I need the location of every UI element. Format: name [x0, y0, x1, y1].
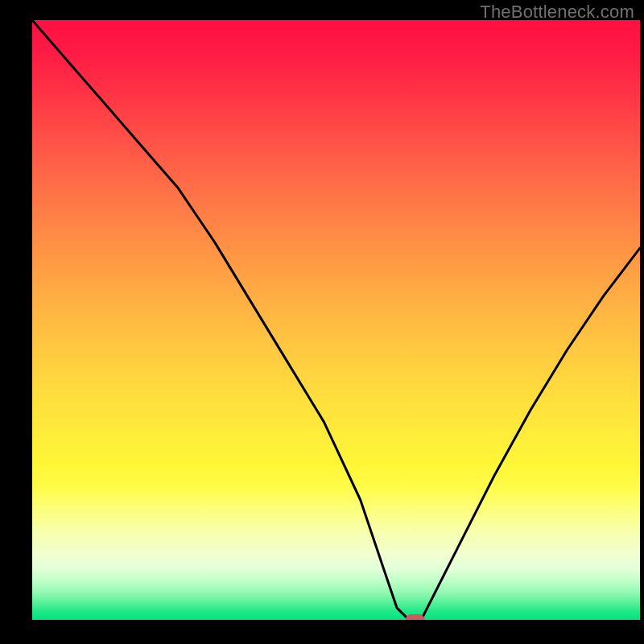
plot-background	[32, 20, 640, 620]
chart-frame: TheBottleneck.com	[0, 0, 644, 644]
bottleneck-chart	[0, 0, 644, 644]
watermark-label: TheBottleneck.com	[480, 2, 634, 23]
